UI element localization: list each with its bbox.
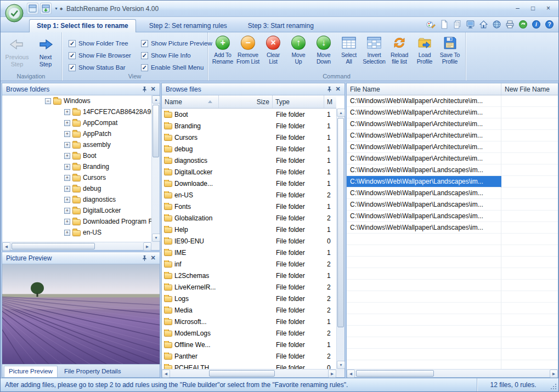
file-list-row[interactable]: C:\Windows\Web\Wallpaper\Landscapes\im..… <box>347 164 558 176</box>
maximize-button[interactable]: □ <box>526 3 540 13</box>
file-list-horizontal-scrollbar[interactable]: ◀ ▶ <box>347 369 558 377</box>
file-list-row[interactable]: C:\Windows\Web\Wallpaper\Landscapes\im..… <box>347 222 558 234</box>
column-header-new-file-name[interactable]: New File Name <box>501 83 558 95</box>
file-row-pchealth[interactable]: PCHEALTHFile folder0 <box>162 362 336 369</box>
scroll-down-icon[interactable]: ▼ <box>337 361 345 369</box>
application-menu-button[interactable] <box>4 3 24 23</box>
scrollbar-thumb[interactable] <box>12 243 95 249</box>
reload-file-list-button[interactable]: Reloadfile list <box>387 34 412 72</box>
tree-item-diagnostics[interactable]: +diagnostics <box>2 194 151 205</box>
tree-item-windows[interactable]: −Windows <box>2 95 151 106</box>
file-row-boot[interactable]: BootFile folder1 <box>162 109 336 120</box>
tab-picture-preview[interactable]: Picture Preview <box>4 366 58 377</box>
scroll-up-icon[interactable]: ▲ <box>152 95 160 104</box>
file-list-row[interactable]: C:\Windows\Web\Wallpaper\Architecture\im… <box>347 130 558 141</box>
pin-icon[interactable] <box>325 85 334 94</box>
next-step-button[interactable]: Next Step <box>32 35 59 71</box>
file-row-livekernelr[interactable]: LiveKernelR...File folder2 <box>162 281 336 293</box>
view-checkbox-show-picture-preview[interactable]: ✓Show Picture Preview <box>141 37 212 49</box>
view-checkbox-show-folder-tree[interactable]: ✓Show Folder Tree <box>69 37 131 49</box>
file-row-downloade[interactable]: Downloade...File folder1 <box>162 178 336 189</box>
file-list-row[interactable]: C:\Windows\Web\Wallpaper\Architecture\im… <box>347 141 558 153</box>
view-checkbox-show-file-info[interactable]: ✓Show File Info <box>141 49 212 61</box>
file-row-media[interactable]: MediaFile folder2 <box>162 304 336 316</box>
file-row-diagnostics[interactable]: diagnosticsFile folder1 <box>162 155 336 166</box>
file-list-row[interactable]: C:\Windows\Web\Wallpaper\Landscapes\im..… <box>347 199 558 211</box>
expand-icon[interactable]: + <box>64 164 70 170</box>
expand-icon[interactable]: + <box>64 219 70 225</box>
previous-step-button[interactable]: Previous Step <box>3 35 31 71</box>
file-row-digitallocker[interactable]: DigitalLockerFile folder1 <box>162 166 336 178</box>
printer-icon[interactable] <box>505 20 515 29</box>
collapse-icon[interactable]: − <box>45 98 51 104</box>
close-panel-icon[interactable]: ✕ <box>334 85 342 94</box>
scroll-left-icon[interactable]: ◀ <box>162 370 170 378</box>
expand-icon[interactable]: + <box>64 131 70 137</box>
column-header-file-name[interactable]: File Name <box>347 83 501 95</box>
file-row-offline-we[interactable]: Offline We...File folder1 <box>162 339 336 350</box>
documents-icon[interactable] <box>453 20 462 29</box>
move-down-button[interactable]: ↓MoveDown <box>311 34 336 72</box>
close-panel-icon[interactable]: ✕ <box>149 254 157 263</box>
scroll-left-icon[interactable]: ◀ <box>347 370 355 378</box>
close-panel-icon[interactable]: ✕ <box>149 85 157 94</box>
tree-item-boot[interactable]: +Boot <box>2 150 151 161</box>
minimize-button[interactable]: – <box>511 3 524 13</box>
file-row-en-us[interactable]: en-USFile folder2 <box>162 189 336 201</box>
expand-icon[interactable]: + <box>64 230 70 236</box>
tree-item-branding[interactable]: +Branding <box>2 161 151 172</box>
file-list-row[interactable]: C:\Windows\Web\Wallpaper\Architecture\im… <box>347 95 558 107</box>
pin-icon[interactable] <box>140 254 149 263</box>
globe-icon[interactable] <box>492 20 501 29</box>
scrollbar-thumb[interactable] <box>337 118 344 327</box>
view-checkbox-enable-shell-menu[interactable]: ✓Enable Shell Menu <box>141 61 212 73</box>
move-up-button[interactable]: ↑MoveUp <box>286 34 311 72</box>
tab-file-property-details[interactable]: File Property Details <box>59 366 126 377</box>
expand-icon[interactable]: + <box>64 142 70 148</box>
file-row-panther[interactable]: PantherFile folder2 <box>162 350 336 362</box>
expand-icon[interactable]: + <box>64 109 70 115</box>
file-row-fonts[interactable]: FontsFile folder1 <box>162 201 336 212</box>
file-list-row[interactable]: C:\Windows\Web\Wallpaper\Architecture\im… <box>347 118 558 130</box>
tree-item-digitallocker[interactable]: +DigitalLocker <box>2 205 151 216</box>
folders-vertical-scrollbar[interactable]: ▲ ▼ <box>151 95 160 242</box>
resize-grip[interactable] <box>549 378 558 391</box>
quick-access-dropdown-icon[interactable]: ▼ <box>53 7 59 10</box>
scroll-left-icon[interactable]: ◀ <box>2 242 10 251</box>
files-horizontal-scrollbar[interactable]: ◀ ▶ <box>162 369 336 377</box>
scrollbar-thumb[interactable] <box>153 105 159 157</box>
monitor-icon[interactable] <box>466 20 475 29</box>
tree-item-apppatch[interactable]: +AppPatch <box>2 128 151 139</box>
file-list-row[interactable]: C:\Windows\Web\Wallpaper\Landscapes\im..… <box>347 176 558 188</box>
tree-item-14fcfe7cab86428a9d2eb[interactable]: +14FCFE7CAB86428A9D2EB <box>2 106 151 117</box>
file-list-row[interactable]: C:\Windows\Web\Wallpaper\Architecture\im… <box>347 153 558 164</box>
tree-item-en-us[interactable]: +en-US <box>2 227 151 238</box>
expand-icon[interactable]: + <box>64 175 70 181</box>
column-header-modified[interactable]: M <box>324 95 336 108</box>
view-checkbox-show-file-browser[interactable]: ✓Show File Browser <box>69 49 131 61</box>
file-row-modemlogs[interactable]: ModemLogsFile folder2 <box>162 327 336 339</box>
update-icon[interactable] <box>518 20 528 29</box>
help-icon[interactable]: ? <box>545 20 554 29</box>
scrollbar-thumb[interactable] <box>356 370 434 377</box>
scrollbar-thumb[interactable] <box>209 370 275 377</box>
tree-item-downloaded-program-file[interactable]: +Downloaded Program File <box>2 216 151 227</box>
file-row-branding[interactable]: BrandingFile folder1 <box>162 120 336 132</box>
expand-icon[interactable]: + <box>64 153 70 159</box>
tab-step1-select-files[interactable]: Step 1: Select files to rename <box>29 19 136 32</box>
folders-horizontal-scrollbar[interactable]: ◀ ▶ <box>2 242 151 250</box>
scroll-up-icon[interactable]: ▲ <box>337 109 345 117</box>
invert-selection-button[interactable]: InvertSelection <box>362 34 387 72</box>
remove-from-list-button[interactable]: −RemoveFrom List <box>235 34 261 72</box>
file-row-microsoft[interactable]: Microsoft...File folder1 <box>162 316 336 327</box>
file-row-l2schemas[interactable]: L2SchemasFile folder1 <box>162 270 336 281</box>
file-list-row[interactable]: C:\Windows\Web\Wallpaper\Landscapes\im..… <box>347 211 558 222</box>
new-document-icon[interactable] <box>439 20 449 29</box>
tree-item-debug[interactable]: +debug <box>2 183 151 194</box>
quick-access-button-2[interactable] <box>40 3 52 14</box>
add-to-rename-button[interactable]: +Add ToRename <box>210 34 235 72</box>
file-row-debug[interactable]: debugFile folder1 <box>162 143 336 155</box>
file-list-row[interactable]: C:\Windows\Web\Wallpaper\Landscapes\im..… <box>347 188 558 199</box>
files-vertical-scrollbar[interactable]: ▲ ▼ <box>336 109 345 369</box>
home-icon[interactable] <box>479 20 488 29</box>
